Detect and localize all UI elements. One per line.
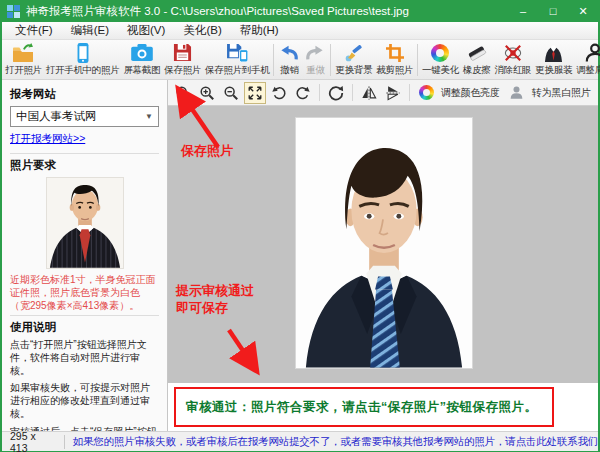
rotate-360-icon xyxy=(328,85,344,101)
button-label: 保存照片到手机 xyxy=(205,64,269,77)
usage-instructions-header: 使用说明 xyxy=(10,320,159,335)
undo-icon xyxy=(278,43,300,63)
toolbar-separator xyxy=(330,44,331,76)
annotation-save-note: 保存照片 xyxy=(181,143,233,160)
window-title: 神奇报考照片审核软件 3.0 - C:\Users\zhou\Pictures\… xyxy=(26,4,409,19)
rotate-right-button[interactable] xyxy=(292,82,314,104)
contact-us-message[interactable]: 如果您的照片审核失败，或者审核后在报考网站提交不了，或者需要审核其他报考网站的照… xyxy=(65,435,598,449)
crop-photo-button[interactable]: 裁剪照片 xyxy=(374,42,415,78)
usage-instructions: 点击“打开照片”按钮选择照片文件，软件将自动对照片进行审核。 如果审核失败，可按… xyxy=(10,339,159,431)
close-button[interactable]: ✕ xyxy=(568,0,598,22)
save-photo-button[interactable]: 保存照片 xyxy=(162,42,203,78)
button-label: 撤销 xyxy=(280,64,298,77)
redo-icon xyxy=(304,43,326,63)
button-label: 更换服装 xyxy=(535,64,572,77)
paintbrush-icon xyxy=(343,43,365,63)
flip-vertical-icon xyxy=(385,85,401,101)
rotate-left-button[interactable] xyxy=(268,82,290,104)
change-clothes-button[interactable]: 更换服装 xyxy=(533,42,574,78)
button-label: 保存照片 xyxy=(164,64,201,77)
photo-dimensions: 295 x 413 xyxy=(2,430,64,452)
adjust-color-brightness-button[interactable] xyxy=(415,82,437,104)
open-phone-photo-button[interactable]: 打开手机中的照片 xyxy=(44,42,122,78)
save-floppy-icon xyxy=(172,43,194,63)
usage-paragraph: 点击“打开照片”按钮选择照片文件，软件将自动对照片进行审核。 xyxy=(10,339,159,377)
flip-vertical-button[interactable] xyxy=(382,82,404,104)
zoom-in-icon xyxy=(199,85,215,101)
exam-site-selected-value: 中国人事考试网 xyxy=(16,109,97,124)
annotation-hint-line1: 提示审核通过 xyxy=(176,283,254,300)
zoom-out-button[interactable] xyxy=(220,82,242,104)
button-label: 打开手机中的照片 xyxy=(46,64,120,77)
applicant-photo-image xyxy=(296,118,472,368)
menu-bar: 文件(F) 编辑(E) 视图(V) 美化(B) 帮助(H) xyxy=(2,22,598,40)
menu-help[interactable]: 帮助(H) xyxy=(231,23,288,38)
photo-canvas: 审核通过：照片符合要求，请点击“保存照片”按钮保存照片。 保存照片 提示审核通过… xyxy=(168,106,598,431)
undo-button[interactable]: 撤销 xyxy=(276,42,302,78)
toolbar-separator xyxy=(409,84,410,101)
zoom-in-button[interactable] xyxy=(196,82,218,104)
gray-person-icon xyxy=(509,85,524,100)
divider xyxy=(10,315,159,316)
rgb-wheel-icon xyxy=(419,85,434,100)
screenshot-button[interactable]: 屏幕截图 xyxy=(121,42,162,78)
adjust-color-brightness-label[interactable]: 调整颜色亮度 xyxy=(441,86,500,100)
convert-grayscale-label[interactable]: 转为黑白照片 xyxy=(532,86,591,100)
sidebar: 报考网站 中国人事考试网 ▼ 打开报考网站>> 照片要求 xyxy=(2,80,168,431)
button-label: 重做 xyxy=(306,64,324,77)
button-label: 调整肩高 xyxy=(576,64,600,77)
app-window: 神奇报考照片审核软件 3.0 - C:\Users\zhou\Pictures\… xyxy=(0,0,600,452)
maximize-button[interactable]: □ xyxy=(538,0,568,22)
crop-icon xyxy=(384,43,406,63)
minimize-button[interactable]: – xyxy=(508,0,538,22)
one-click-beautify-button[interactable]: 一键美化 xyxy=(420,42,461,78)
status-bar: 295 x 413 如果您的照片审核失败，或者审核后在报考网站提交不了，或者需要… xyxy=(2,431,598,451)
rotate-left-icon xyxy=(271,85,287,101)
flip-horizontal-button[interactable] xyxy=(358,82,380,104)
button-label: 消除红眼 xyxy=(495,64,532,77)
toolbar-separator xyxy=(273,44,274,76)
sample-photo-image xyxy=(46,177,124,269)
title-bar: 神奇报考照片审核软件 3.0 - C:\Users\zhou\Pictures\… xyxy=(2,0,598,22)
zoom-out-icon xyxy=(223,85,239,101)
fit-screen-icon xyxy=(247,85,263,101)
zoom-tool-button[interactable] xyxy=(172,82,194,104)
redo-button[interactable]: 重做 xyxy=(302,42,328,78)
menu-edit[interactable]: 编辑(E) xyxy=(62,23,118,38)
photo-requirements-text: 近期彩色标准1寸，半身免冠正面证件照，照片底色背景为白色（宽295像素×高413… xyxy=(10,273,159,312)
open-photo-button[interactable]: 打开照片 xyxy=(3,42,44,78)
open-exam-site-link[interactable]: 打开报考网站>> xyxy=(10,132,85,146)
exam-site-select[interactable]: 中国人事考试网 ▼ xyxy=(10,106,159,127)
button-label: 更换背景 xyxy=(335,64,372,77)
menu-beautify[interactable]: 美化(B) xyxy=(174,23,230,38)
view-toolbar: 调整颜色亮度 转为黑白照片 xyxy=(168,80,598,106)
exam-site-header: 报考网站 xyxy=(10,87,159,102)
convert-grayscale-button[interactable] xyxy=(506,82,528,104)
rotate-360-button[interactable] xyxy=(325,82,347,104)
main-toolbar: 打开照片 打开手机中的照片 屏幕截图 xyxy=(2,40,598,80)
photo-requirements-header: 照片要求 xyxy=(10,158,159,173)
remove-red-eye-button[interactable]: 消除红眼 xyxy=(493,42,534,78)
applicant-photo xyxy=(295,117,473,369)
usage-paragraph: 如果审核失败，可按提示对照片进行相应的修改处理直到通过审核。 xyxy=(10,382,159,420)
chevron-down-icon: ▼ xyxy=(145,112,153,121)
adjust-shoulder-button[interactable]: 调整肩高 xyxy=(574,42,600,78)
divider xyxy=(10,153,159,154)
save-to-phone-button[interactable]: 保存照片到手机 xyxy=(203,42,271,78)
phone-icon xyxy=(72,43,94,63)
fit-screen-button[interactable] xyxy=(244,82,266,104)
person-outline-icon xyxy=(584,43,600,63)
button-label: 一键美化 xyxy=(422,64,459,77)
menu-view[interactable]: 视图(V) xyxy=(118,23,174,38)
app-icon xyxy=(7,5,20,18)
review-result-box: 审核通过：照片符合要求，请点击“保存照片”按钮保存照片。 xyxy=(174,387,554,427)
change-background-button[interactable]: 更换背景 xyxy=(333,42,374,78)
review-result-message: 审核通过：照片符合要求，请点击“保存照片”按钮保存照片。 xyxy=(186,399,538,416)
toolbar-separator xyxy=(319,84,320,101)
open-folder-icon xyxy=(12,43,34,63)
color-wheel-icon xyxy=(429,43,451,63)
menu-file[interactable]: 文件(F) xyxy=(6,23,62,38)
toolbar-separator xyxy=(352,84,353,101)
toolbar-separator xyxy=(417,44,418,76)
eraser-button[interactable]: 橡皮擦 xyxy=(461,42,493,78)
